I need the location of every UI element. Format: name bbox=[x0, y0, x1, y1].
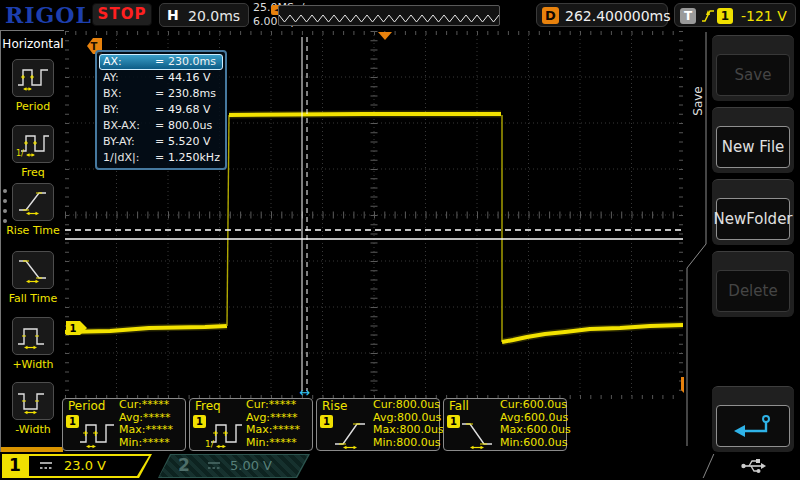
trigger-source-badge: 1 bbox=[717, 8, 733, 24]
menu-item-label: -Width bbox=[1, 423, 65, 436]
menu-scroll-dots bbox=[3, 189, 7, 229]
measurement-name: Freq bbox=[195, 399, 221, 413]
rise-time-icon bbox=[12, 183, 54, 221]
cursor-drag-handle-icon: ↔ bbox=[300, 385, 311, 399]
cursor-row-bx: BX:=230.8ms bbox=[99, 86, 223, 102]
fall-time-icon bbox=[12, 251, 54, 289]
svg-text:1/: 1/ bbox=[205, 439, 215, 449]
measurement-name: Fall bbox=[449, 399, 469, 413]
left-measure-menu: Horizontal Period 1/ bbox=[0, 30, 64, 452]
cursor-row-bxax: BX-AX:=800.0us bbox=[99, 118, 223, 134]
preview-waveform bbox=[279, 6, 499, 25]
measurement-panel-rise[interactable]: Rise 1 Cur:800.0us Avg:800.0us Max:800.0… bbox=[316, 398, 440, 451]
horizontal-timebase-box[interactable]: H 20.0ms bbox=[159, 3, 249, 27]
measurement-name: Rise bbox=[322, 399, 347, 413]
rigol-logo: RIGOL bbox=[5, 2, 92, 28]
svg-text:1: 1 bbox=[70, 323, 77, 334]
measurement-values: Cur:600.0us Avg:600.0us Max:600.0us Min:… bbox=[500, 399, 571, 449]
delay-value: 262.400000ms bbox=[565, 8, 663, 24]
right-softkey-menu: Save Save New File NewFolder Delete bbox=[684, 30, 800, 452]
svg-text:1/: 1/ bbox=[16, 149, 24, 158]
delete-button[interactable]: Delete bbox=[712, 251, 794, 317]
channel1-tab[interactable]: 1 23.0 V bbox=[2, 454, 154, 478]
trigger-position-marker-icon[interactable] bbox=[378, 32, 392, 40]
trigger-box[interactable]: T 1 -121 V bbox=[674, 3, 796, 27]
measurement-panel-period[interactable]: Period 1 Cur:***** Avg:***** Max:***** M… bbox=[62, 398, 186, 451]
channel2-scale: 5.00 V bbox=[230, 458, 272, 473]
rising-edge-icon bbox=[701, 8, 715, 24]
tab-divider bbox=[703, 454, 715, 478]
channel2-number: 2 bbox=[178, 455, 190, 475]
menu-item-label: Rise Time bbox=[1, 224, 65, 237]
menu-item-label: Period bbox=[1, 100, 65, 113]
cursor-row-byay: BY-AY:=5.520 V bbox=[99, 134, 223, 150]
delay-label: D bbox=[542, 7, 559, 24]
channel1-scale: 23.0 V bbox=[64, 458, 106, 473]
horizontal-label: H bbox=[167, 7, 179, 23]
menu-item-label: Fall Time bbox=[1, 292, 65, 305]
measure-menu-title: Horizontal bbox=[1, 37, 65, 51]
measurement-panel-freq[interactable]: Freq 1 1/ Cur:***** Avg:***** Max:***** … bbox=[189, 398, 313, 451]
plus-width-icon bbox=[12, 317, 54, 355]
freq-waveform-icon: 1/ bbox=[204, 418, 244, 450]
cursor-readout-box: AX:=230.0ms AY:=44.16 V BX:=230.8ms BY:=… bbox=[95, 50, 227, 170]
new-folder-button[interactable]: NewFolder bbox=[712, 179, 794, 245]
measurement-values: Cur:800.0us Avg:800.0us Max:800.0us Min:… bbox=[373, 399, 444, 449]
save-button[interactable]: Save bbox=[712, 35, 794, 101]
trigger-label: T bbox=[680, 8, 696, 24]
dc-coupling-icon bbox=[38, 460, 54, 472]
menu-tab-title: Save bbox=[691, 61, 705, 141]
top-status-bar: RIGOL STOP H 20.0ms 25.0MSa/s 6.00M pts … bbox=[0, 0, 800, 30]
channel1-number: 1 bbox=[9, 455, 21, 475]
trigger-level-value: -121 V bbox=[741, 8, 787, 24]
cursor-row-by: BY:=49.68 V bbox=[99, 102, 223, 118]
minus-width-icon bbox=[12, 382, 54, 420]
freq-icon: 1/ bbox=[12, 125, 54, 163]
menu-item-label: +Width bbox=[1, 358, 65, 371]
fall-waveform-icon bbox=[458, 418, 498, 450]
timebase-value: 20.0ms bbox=[188, 8, 240, 24]
delay-box[interactable]: D 262.400000ms bbox=[536, 3, 668, 27]
channel-status-bar: 1 23.0 V 2 5.00 V bbox=[0, 452, 800, 480]
return-arrow-icon bbox=[730, 413, 776, 439]
new-file-button[interactable]: New File bbox=[712, 107, 794, 173]
period-icon bbox=[12, 59, 54, 97]
channel2-tab[interactable]: 2 5.00 V bbox=[158, 454, 310, 478]
cursor-row-inv-dx: 1/|dX|:=1.250kHz bbox=[99, 150, 223, 166]
cursor-row-ay: AY:=44.16 V bbox=[99, 70, 223, 86]
measurement-panel-fall[interactable]: Fall 1 Cur:600.0us Avg:600.0us Max:600.0… bbox=[443, 398, 567, 451]
usb-icon bbox=[740, 455, 766, 477]
waveform-preview-strip[interactable] bbox=[278, 5, 500, 26]
oscilloscope-screen: RIGOL STOP H 20.0ms 25.0MSa/s 6.00M pts … bbox=[0, 0, 800, 480]
run-state-badge[interactable]: STOP bbox=[92, 3, 152, 26]
measurement-values: Cur:***** Avg:***** Max:***** Min:***** bbox=[246, 399, 300, 449]
measurement-name: Period bbox=[68, 399, 105, 413]
cursor-row-ax: AX:=230.0ms bbox=[99, 54, 223, 70]
period-waveform-icon bbox=[77, 418, 117, 450]
back-button[interactable] bbox=[712, 386, 794, 452]
menu-item-label: Freq bbox=[1, 166, 65, 179]
measurement-values: Cur:***** Avg:***** Max:***** Min:***** bbox=[119, 399, 173, 449]
dc-coupling-icon bbox=[206, 460, 222, 472]
rise-waveform-icon bbox=[331, 418, 371, 450]
